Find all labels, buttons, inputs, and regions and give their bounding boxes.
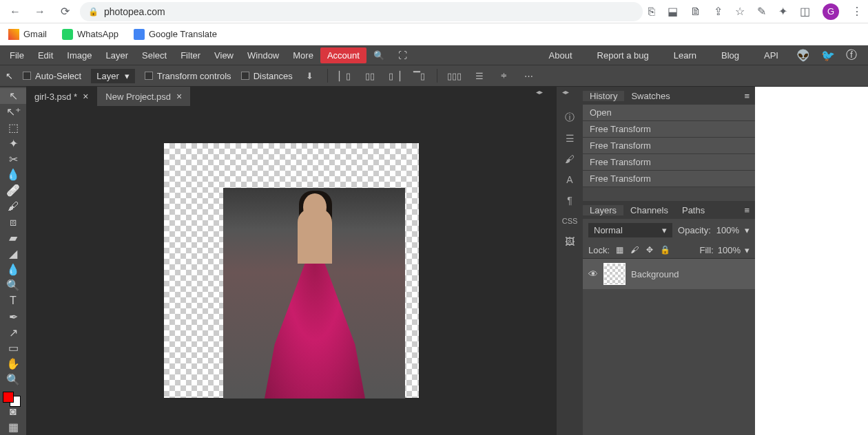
reddit-icon[interactable]: 👽 <box>796 49 810 62</box>
share-icon[interactable]: ⇪ <box>714 5 723 18</box>
bookmark-gmail[interactable]: Gmail <box>8 29 47 40</box>
canvas-viewport[interactable] <box>26 106 557 435</box>
distribute-space-icon[interactable]: ⫩ <box>497 68 512 83</box>
tab-layers[interactable]: Layers <box>583 205 623 215</box>
history-item[interactable]: Free Transform <box>583 138 755 154</box>
tab-newproject[interactable]: New Project.psd× <box>97 87 191 106</box>
menu-image[interactable]: Image <box>60 47 99 63</box>
tab-channels[interactable]: Channels <box>623 205 675 215</box>
bookmark-star-icon[interactable]: ☆ <box>735 5 745 18</box>
tool-path[interactable]: ↗ <box>0 325 26 341</box>
link-learn[interactable]: Learn <box>667 47 703 63</box>
tab-swatches[interactable]: Swatches <box>624 91 676 101</box>
menu-kebab-icon[interactable]: ⋮ <box>851 5 862 18</box>
history-item[interactable]: Free Transform <box>583 121 755 138</box>
doc-icon[interactable]: 🗎 <box>690 6 701 18</box>
adjustments-panel-icon[interactable]: ☰ <box>557 128 583 149</box>
close-icon[interactable]: × <box>83 91 88 102</box>
menu-window[interactable]: Window <box>240 47 286 63</box>
image-panel-icon[interactable]: 🖼 <box>557 231 583 252</box>
align-left-icon[interactable]: ▏▯ <box>338 68 353 83</box>
lock-all-icon[interactable]: 🔒 <box>659 244 670 255</box>
css-panel-icon[interactable]: CSS <box>557 211 583 231</box>
download-icon[interactable]: ⬇ <box>302 68 318 83</box>
distances-checkbox[interactable]: Distances <box>241 71 293 81</box>
tool-artboard[interactable]: ↖⁺ <box>0 104 26 120</box>
reload-button[interactable]: ⟳ <box>55 2 74 21</box>
tool-heal[interactable]: 🩹 <box>0 182 26 198</box>
layer-group-dropdown[interactable]: Layer▾ <box>91 69 135 83</box>
panel-menu-icon[interactable]: ≡ <box>738 205 755 215</box>
distribute-v-icon[interactable]: ☰ <box>472 68 487 83</box>
brush-panel-icon[interactable]: 🖌 <box>557 149 583 169</box>
expand-handle-icon[interactable]: ◂▸ <box>562 88 569 96</box>
align-top-icon[interactable]: ▔▯ <box>412 68 427 83</box>
align-center-h-icon[interactable]: ▯▯ <box>362 68 378 83</box>
opacity-value[interactable]: 100% <box>716 225 739 235</box>
tool-move[interactable]: ↖ <box>0 88 26 104</box>
tool-dodge[interactable]: 🔍 <box>0 277 26 293</box>
tool-eraser[interactable]: ▰ <box>0 230 26 246</box>
menu-edit[interactable]: Edit <box>31 47 60 63</box>
image-layer[interactable] <box>223 188 405 399</box>
tool-stamp[interactable]: ⧇ <box>0 214 26 230</box>
menu-filter[interactable]: Filter <box>174 47 207 63</box>
more-options-icon[interactable]: ⋯ <box>521 68 537 83</box>
url-bar[interactable]: 🔒 photopea.com <box>80 2 643 21</box>
link-api[interactable]: API <box>757 47 785 63</box>
install-icon[interactable]: ⎘ <box>648 6 655 18</box>
menu-file[interactable]: File <box>3 47 31 63</box>
tool-eyedropper[interactable]: 💧 <box>0 167 26 183</box>
extensions-icon[interactable]: ✦ <box>778 5 787 18</box>
menu-layer[interactable]: Layer <box>99 47 136 63</box>
lock-pixels-icon[interactable]: ▦ <box>614 244 625 255</box>
link-blog[interactable]: Blog <box>714 47 746 63</box>
tool-hand[interactable]: ✋ <box>0 356 26 372</box>
align-right-icon[interactable]: ▯▕ <box>387 68 402 83</box>
menu-select[interactable]: Select <box>135 47 174 63</box>
facebook-icon[interactable]: ⓕ <box>846 48 857 63</box>
fullscreen-icon[interactable]: ⛶ <box>391 47 414 63</box>
close-icon[interactable]: × <box>176 91 182 102</box>
tool-pen[interactable]: ✒ <box>0 309 26 325</box>
tool-screen-mode[interactable]: ▦ <box>0 419 26 435</box>
layer-background[interactable]: 👁 Background <box>583 259 755 289</box>
tool-blur[interactable]: 💧 <box>0 262 26 277</box>
tool-brush[interactable]: 🖌 <box>0 198 26 214</box>
blend-mode-dropdown[interactable]: Normal▾ <box>588 223 672 237</box>
expand-handle-icon[interactable]: ◂▸ <box>536 88 543 96</box>
twitter-icon[interactable]: 🐦 <box>821 49 835 62</box>
link-about[interactable]: About <box>542 47 579 63</box>
profile-avatar[interactable]: G <box>823 3 839 20</box>
sidepanel-icon[interactable]: ◫ <box>800 5 810 18</box>
tool-marquee[interactable]: ⬚ <box>0 120 26 136</box>
menu-more[interactable]: More <box>286 47 320 63</box>
history-item[interactable]: Free Transform <box>583 171 755 187</box>
tool-wand[interactable]: ✦ <box>0 136 26 151</box>
bookmark-whatsapp[interactable]: WhatsApp <box>62 29 118 40</box>
panel-menu-icon[interactable]: ≡ <box>738 91 755 101</box>
tool-gradient[interactable]: ◢ <box>0 246 26 262</box>
history-item[interactable]: Open <box>583 105 755 121</box>
tool-crop[interactable]: ✂ <box>0 151 26 167</box>
tool-shape[interactable]: ▭ <box>0 341 26 357</box>
history-item[interactable]: Free Transform <box>583 154 755 171</box>
layer-name[interactable]: Background <box>631 269 679 279</box>
tab-history[interactable]: History <box>583 91 624 101</box>
layer-thumbnail[interactable] <box>603 263 626 285</box>
bookmark-translate[interactable]: Google Translate <box>134 29 217 40</box>
paragraph-panel-icon[interactable]: ¶ <box>557 190 583 211</box>
fill-value[interactable]: 100% <box>718 245 741 255</box>
info-panel-icon[interactable]: ⓘ <box>557 107 583 128</box>
tool-zoom[interactable]: 🔍 <box>0 372 26 388</box>
auto-select-checkbox[interactable]: Auto-Select <box>23 71 81 81</box>
tab-girl3[interactable]: girl-3.psd *× <box>26 87 97 106</box>
tool-type[interactable]: T <box>0 293 26 309</box>
tab-paths[interactable]: Paths <box>675 205 712 215</box>
download-icon[interactable]: ⬓ <box>668 5 678 18</box>
fill-dropdown-icon[interactable]: ▾ <box>745 245 750 255</box>
visibility-icon[interactable]: 👁 <box>588 268 598 279</box>
search-icon[interactable]: 🔍 <box>366 47 391 63</box>
canvas[interactable] <box>164 143 419 398</box>
distribute-h-icon[interactable]: ▯▯▯ <box>447 68 462 83</box>
